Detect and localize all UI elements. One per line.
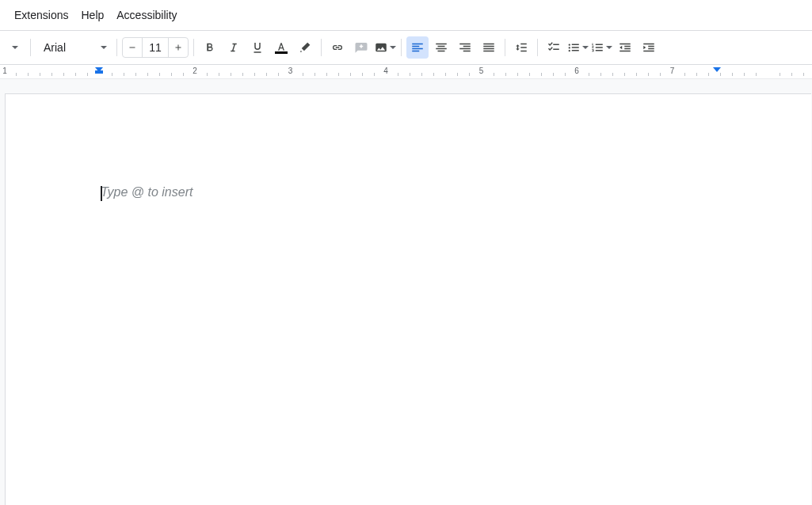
toolbar-separator	[116, 39, 117, 56]
line-spacing-button[interactable]	[510, 36, 532, 59]
underline-icon	[250, 40, 265, 55]
toolbar-separator	[537, 39, 538, 56]
insert-comment-button[interactable]	[350, 36, 372, 59]
right-indent-marker[interactable]	[713, 67, 721, 72]
placeholder-label: Type @ to insert	[101, 185, 193, 199]
text-color-icon	[275, 41, 288, 52]
text-color-swatch	[275, 51, 288, 54]
decrease-indent-button[interactable]	[614, 36, 636, 59]
chevron-down-icon	[12, 46, 18, 49]
increase-indent-icon	[642, 40, 656, 55]
align-right-icon	[458, 40, 472, 55]
highlighter-icon	[298, 40, 312, 55]
insert-image-button[interactable]	[374, 36, 396, 59]
font-family-label: Arial	[44, 41, 66, 54]
page[interactable]: Type @ to insert	[5, 93, 811, 505]
bulleted-list-icon	[566, 40, 581, 55]
align-center-icon	[434, 40, 448, 55]
chevron-down-icon	[101, 46, 107, 49]
checklist-button[interactable]	[543, 36, 565, 59]
left-indent-marker[interactable]	[95, 67, 103, 72]
toolbar-separator	[30, 39, 31, 56]
font-family-select[interactable]: Arial	[36, 36, 112, 59]
increase-font-size-button[interactable]	[169, 38, 188, 57]
bold-icon	[203, 40, 217, 55]
highlight-color-button[interactable]	[294, 36, 316, 59]
align-center-button[interactable]	[430, 36, 452, 59]
font-size-group	[122, 37, 189, 58]
bulleted-list-button[interactable]	[566, 36, 589, 59]
align-left-icon	[410, 40, 425, 55]
text-color-button[interactable]	[270, 36, 292, 59]
toolbar-separator	[321, 39, 322, 56]
font-size-input[interactable]	[142, 38, 169, 57]
text-cursor	[101, 186, 102, 201]
align-right-button[interactable]	[454, 36, 476, 59]
increase-indent-button[interactable]	[638, 36, 660, 59]
document-canvas: Type @ to insert	[0, 79, 812, 505]
insert-link-button[interactable]	[326, 36, 349, 59]
numbered-list-icon	[590, 40, 604, 55]
chevron-down-icon	[390, 46, 396, 49]
checklist-icon	[547, 40, 561, 55]
link-icon	[330, 40, 345, 55]
menu-bar: Extensions Help Accessibility	[0, 0, 812, 30]
menu-extensions[interactable]: Extensions	[8, 4, 74, 26]
more-toolbar-button[interactable]	[3, 36, 25, 59]
bold-button[interactable]	[199, 36, 221, 59]
menu-help[interactable]: Help	[74, 4, 110, 26]
decrease-font-size-button[interactable]	[123, 38, 142, 57]
plus-icon	[173, 43, 183, 52]
chevron-down-icon	[582, 46, 589, 49]
minus-icon	[128, 43, 137, 52]
align-justify-icon	[482, 40, 496, 55]
underline-button[interactable]	[246, 36, 269, 59]
placeholder-text: Type @ to insert	[101, 185, 724, 199]
page-body[interactable]: Type @ to insert	[101, 185, 724, 199]
comment-icon	[354, 40, 368, 55]
italic-icon	[227, 40, 241, 55]
chevron-down-icon	[606, 46, 612, 49]
decrease-indent-icon	[618, 40, 632, 55]
align-left-button[interactable]	[406, 36, 429, 59]
image-icon	[374, 40, 388, 55]
line-spacing-icon	[514, 40, 528, 55]
align-justify-button[interactable]	[478, 36, 500, 59]
toolbar: Arial	[0, 30, 812, 65]
toolbar-separator	[193, 39, 194, 56]
italic-button[interactable]	[223, 36, 245, 59]
menu-accessibility[interactable]: Accessibility	[110, 4, 183, 26]
horizontal-ruler[interactable]: 11234567	[0, 65, 812, 79]
toolbar-separator	[505, 39, 505, 56]
numbered-list-button[interactable]	[590, 36, 612, 59]
toolbar-separator	[401, 39, 402, 56]
